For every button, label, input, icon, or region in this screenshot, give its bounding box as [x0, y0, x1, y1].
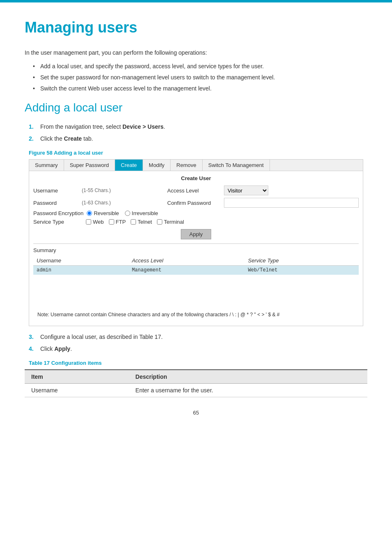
tab-remove[interactable]: Remove	[171, 160, 202, 171]
step-text-4: Click Apply.	[40, 345, 72, 353]
tab-super-password[interactable]: Super Password	[64, 160, 115, 171]
cell-service-type: Web/Telnet	[245, 266, 359, 275]
empty-row-1	[33, 275, 359, 283]
checkbox-terminal-input[interactable]	[157, 219, 162, 225]
radio-reversible[interactable]: Reversible	[87, 210, 119, 216]
config-cell-item: Username	[25, 384, 129, 397]
empty-row-4	[33, 299, 359, 308]
col-username: Username	[33, 256, 129, 266]
step-list: 1. From the navigation tree, select Devi…	[29, 123, 367, 143]
create-user-header: Create User	[33, 175, 359, 181]
apply-button[interactable]: Apply	[181, 229, 212, 239]
tab-summary[interactable]: Summary	[29, 160, 64, 171]
password-label: Password	[33, 200, 78, 206]
checkbox-telnet-input[interactable]	[131, 219, 136, 225]
empty-row-2	[33, 283, 359, 291]
access-level-label: Access Level	[167, 188, 221, 194]
step-num-2: 2.	[29, 134, 35, 143]
bullet-list: Add a local user, and specify the passwo…	[33, 62, 367, 93]
step-4: 4. Click Apply.	[29, 345, 367, 353]
checkbox-group: Web FTP Telnet Terminal	[86, 219, 184, 225]
intro-text: In the user management part, you can per…	[25, 49, 367, 57]
service-type-row: Service Type Web FTP Telnet Terminal	[33, 219, 359, 225]
checkbox-ftp[interactable]: FTP	[109, 219, 126, 225]
radio-group: Reversible Irreversible	[87, 210, 158, 216]
service-type-label: Service Type	[33, 219, 83, 225]
divider	[33, 243, 359, 244]
empty-row-3	[33, 291, 359, 299]
step-2: 2. Click the Create tab.	[29, 134, 367, 143]
confirm-password-label: Confirm Password	[167, 200, 221, 206]
ui-panel: Summary Super Password Create Modify Rem…	[29, 159, 363, 326]
checkbox-terminal[interactable]: Terminal	[157, 219, 184, 225]
col-service-type: Service Type	[245, 256, 359, 266]
step-num-3: 3.	[29, 333, 35, 341]
table-row[interactable]: admin Management Web/Telnet	[33, 266, 359, 275]
radio-reversible-input[interactable]	[87, 211, 92, 216]
step-bold-2: Create	[64, 135, 82, 142]
step-list-2: 3. Configure a local user, as described …	[29, 333, 367, 353]
step-bold-1: Device > Users	[122, 123, 164, 130]
username-label: Username	[33, 188, 78, 194]
radio-irreversible[interactable]: Irreversible	[125, 210, 158, 216]
radio-irreversible-input[interactable]	[125, 211, 130, 216]
section-title: Adding a local user	[25, 101, 367, 114]
checkbox-web-input[interactable]	[86, 219, 91, 225]
summary-table: Username Access Level Service Type admin…	[33, 256, 359, 308]
bullet-item-1: Add a local user, and specify the passwo…	[33, 62, 367, 71]
cell-access-level: Management	[129, 266, 245, 275]
password-encryption-row: Password Encryption Reversible Irreversi…	[33, 210, 359, 216]
config-table-caption: Table 17 Configuration items	[29, 360, 367, 366]
step-text-3: Configure a local user, as described in …	[40, 333, 163, 341]
step-text-1: From the navigation tree, select Device …	[40, 123, 165, 131]
step-num-1: 1.	[29, 123, 35, 131]
username-hint: (1-55 Chars.)	[82, 188, 164, 193]
config-table-header-row: Item Description	[25, 370, 367, 384]
table-header-row: Username Access Level Service Type	[33, 256, 359, 266]
checkbox-ftp-input[interactable]	[109, 219, 114, 225]
bullet-item-2: Set the super password for non-managemen…	[33, 73, 367, 82]
password-encryption-label: Password Encryption	[33, 210, 83, 216]
page-title: Managing users	[25, 19, 367, 36]
config-row-username: Username Enter a username for the user.	[25, 384, 367, 397]
access-level-select[interactable]: Visitor Monitor Configuration Management	[224, 185, 268, 195]
step-text-2: Click the Create tab.	[40, 134, 93, 143]
apply-row: Apply	[33, 229, 359, 239]
apply-bold: Apply	[54, 345, 70, 352]
tab-bar: Summary Super Password Create Modify Rem…	[29, 160, 363, 171]
tab-switch-to-management[interactable]: Switch To Management	[203, 160, 270, 171]
panel-body: Create User Username (1-55 Chars.) Acces…	[29, 171, 363, 326]
config-col-item: Item	[25, 370, 129, 384]
step-3: 3. Configure a local user, as described …	[29, 333, 367, 341]
summary-label: Summary	[33, 247, 359, 253]
config-col-description: Description	[129, 370, 367, 384]
step-num-4: 4.	[29, 345, 35, 353]
password-hint: (1-63 Chars.)	[82, 200, 164, 206]
note-text: Note: Username cannot contain Chinese ch…	[37, 311, 355, 318]
config-cell-description: Enter a username for the user.	[129, 384, 367, 397]
cell-username: admin	[33, 266, 129, 275]
confirm-password-input[interactable]	[224, 198, 359, 208]
col-access-level: Access Level	[129, 256, 245, 266]
tab-create[interactable]: Create	[115, 160, 143, 171]
tab-modify[interactable]: Modify	[143, 160, 171, 171]
checkbox-telnet[interactable]: Telnet	[131, 219, 152, 225]
page-number: 65	[25, 410, 367, 416]
bullet-item-3: Switch the current Web user access level…	[33, 84, 367, 93]
figure-caption: Figure 58 Adding a local user	[29, 150, 367, 156]
step-1: 1. From the navigation tree, select Devi…	[29, 123, 367, 131]
config-table: Item Description Username Enter a userna…	[25, 369, 367, 397]
checkbox-web[interactable]: Web	[86, 219, 104, 225]
